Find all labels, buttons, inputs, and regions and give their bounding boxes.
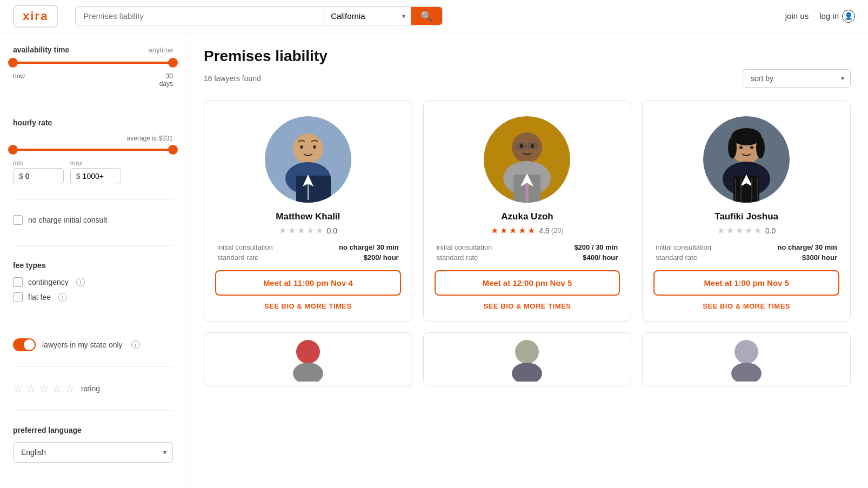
rating-num-1: 0.0 [327, 226, 337, 235]
sort-select[interactable]: sort by [743, 69, 851, 88]
svg-point-34 [296, 340, 320, 364]
rate-key-2: standard rate [437, 253, 478, 262]
join-us-link[interactable]: join us [785, 11, 809, 21]
state-toggle-switch[interactable] [13, 338, 36, 351]
star-2-2: ★ [500, 225, 508, 236]
lawyer-avatar-3 [703, 116, 790, 203]
main-layout: availability time anytime now 30 days ho… [0, 32, 868, 488]
search-input[interactable] [76, 7, 324, 25]
sort-wrap: sort by ▾ [743, 69, 851, 88]
lawyer-name-3: Taufiki Joshua [715, 211, 778, 222]
flat-fee-label: flat fee [28, 293, 51, 302]
rating-stars-row[interactable]: ☆ ☆ ☆ ☆ ☆ rating [13, 382, 173, 395]
min-price-label: min [13, 159, 64, 167]
state-toggle-filter: lawyers in my state only i [13, 338, 173, 367]
availability-filter: availability time anytime now 30 days [13, 45, 173, 103]
svg-point-11 [520, 144, 524, 148]
rating-star-3[interactable]: ☆ [39, 382, 49, 395]
language-select[interactable]: English Spanish French Mandarin [13, 442, 173, 463]
rating-label: rating [81, 384, 100, 393]
svg-point-3 [300, 145, 303, 149]
star-2-1: ★ [491, 225, 498, 236]
meet-button-1[interactable]: Meet at 11:00 pm Nov 4 [215, 270, 401, 296]
flat-fee-checkbox[interactable] [13, 292, 23, 302]
hourly-rate-title: hourly rate [13, 118, 52, 127]
availability-slider-track[interactable] [13, 62, 173, 64]
hourly-rate-thumb-max[interactable] [168, 145, 178, 155]
star-1-2: ★ [288, 225, 296, 236]
meet-button-3[interactable]: Meet at 1:00 pm Nov 5 [653, 270, 839, 296]
location-select[interactable]: California [324, 7, 411, 25]
login-area: log in 👤 [819, 10, 855, 23]
fee-types-title: fee types [13, 261, 46, 270]
lawyer-card-2: Azuka Uzoh ★ ★ ★ ★ ★ 4.5 (29) initial co… [423, 101, 632, 322]
rating-filter: ☆ ☆ ☆ ☆ ☆ rating [13, 382, 173, 411]
availability-max-label: 30 days [159, 72, 173, 88]
svg-point-4 [313, 145, 316, 149]
lawyers-grid: Matthew Khalil ★ ★ ★ ★ ★ 0.0 initial con… [204, 101, 851, 322]
rating-num-3: 0.0 [765, 226, 776, 235]
meet-button-2[interactable]: Meet at 12:00 pm Nov 5 [435, 270, 620, 296]
user-icon[interactable]: 👤 [842, 10, 855, 23]
svg-point-9 [512, 132, 542, 163]
availability-title: availability time [13, 45, 69, 54]
svg-rect-5 [296, 176, 331, 203]
consult-row-3a: initial consultation no charge/ 30 min [656, 243, 837, 251]
login-link[interactable]: log in [819, 11, 839, 21]
rating-star-4[interactable]: ☆ [52, 382, 62, 395]
results-info-bar: 16 lawyers found sort by ▾ [204, 69, 851, 88]
lawyer-card-3: Taufiki Joshua ★ ★ ★ ★ ★ 0.0 initial con… [642, 101, 851, 322]
contingency-info-icon[interactable]: i [76, 278, 85, 286]
logo-text: xira [23, 9, 48, 23]
search-button[interactable]: 🔍 [411, 7, 442, 25]
partial-card-3 [642, 332, 851, 386]
consult-row-3b: standard rate $300/ hour [656, 253, 837, 262]
min-price-group: min $ [13, 159, 64, 184]
star-3-3: ★ [736, 225, 743, 236]
consult-key-1: initial consultation [217, 243, 273, 251]
fee-types-filter: fee types contingency i flat fee i [13, 261, 173, 323]
search-icon: 🔍 [420, 10, 432, 22]
rating-star-5[interactable]: ☆ [65, 382, 75, 395]
rating-num-2: 4.5 [539, 226, 549, 235]
contingency-checkbox[interactable] [13, 277, 23, 287]
rating-star-1[interactable]: ☆ [13, 382, 23, 395]
state-toggle-label: lawyers in my state only [42, 340, 123, 350]
rating-star-2[interactable]: ☆ [26, 382, 36, 395]
no-charge-filter: no charge initial consult [13, 215, 173, 246]
hourly-rate-filter: hourly rate average is $331 min $ max [13, 118, 173, 200]
svg-point-38 [735, 340, 758, 364]
availability-thumb-min[interactable] [8, 58, 18, 68]
logo[interactable]: xira [13, 5, 58, 28]
min-price-input[interactable] [25, 172, 58, 181]
sidebar: availability time anytime now 30 days ho… [0, 32, 186, 488]
availability-slider-fill [13, 62, 173, 64]
hourly-rate-slider-fill [13, 149, 173, 151]
rate-val-2: $400/ hour [583, 253, 618, 262]
svg-point-27 [750, 146, 753, 149]
availability-thumb-max[interactable] [168, 58, 178, 68]
state-toggle-info-icon[interactable]: i [131, 340, 140, 349]
see-bio-3[interactable]: SEE BIO & MORE TIMES [703, 302, 790, 310]
page-title: Premises liability [204, 48, 851, 65]
svg-point-24 [728, 137, 737, 158]
language-title: preferred language [13, 426, 82, 434]
rate-val-3: $300/ hour [802, 253, 837, 262]
results-count: 16 lawyers found [204, 74, 261, 83]
hourly-rate-slider-track[interactable] [13, 149, 173, 151]
lawyer-avatar-2 [484, 116, 570, 203]
max-price-input[interactable] [83, 172, 115, 181]
main-content: Premises liability 16 lawyers found sort… [186, 32, 868, 488]
flat-fee-info-icon[interactable]: i [58, 293, 67, 302]
see-bio-2[interactable]: SEE BIO & MORE TIMES [484, 302, 571, 310]
star-1-5: ★ [316, 225, 323, 236]
star-3-1: ★ [717, 225, 725, 236]
no-charge-checkbox[interactable] [13, 215, 23, 225]
hourly-rate-thumb-min[interactable] [8, 145, 18, 155]
consult-info-2: initial consultation $200 / 30 min stand… [435, 243, 620, 262]
see-bio-1[interactable]: SEE BIO & MORE TIMES [264, 302, 352, 310]
fee-types-header: fee types [13, 261, 173, 270]
svg-point-25 [756, 137, 765, 158]
svg-point-37 [512, 363, 542, 382]
min-price-symbol: $ [19, 172, 23, 181]
